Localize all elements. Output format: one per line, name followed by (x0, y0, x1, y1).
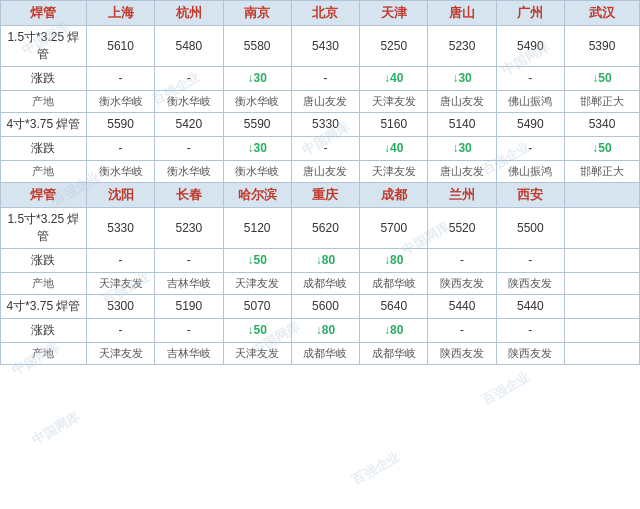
s2-p2-v4: 5640 (360, 294, 428, 318)
section2-city-5: 兰州 (428, 182, 496, 207)
s1-p2-v0: 5590 (86, 112, 154, 136)
s1-zd1-v6: - (496, 66, 564, 90)
s1-product1-label: 1.5寸*3.25 焊管 (1, 26, 87, 67)
s2-zhangdie2-row: 涨跌 - - ↓50 ↓80 ↓80 - - (1, 318, 640, 342)
s1-cd2-v1: 衡水华岐 (155, 160, 223, 182)
s2-zd2-empty (565, 318, 640, 342)
section1-header-row: 焊管 上海 杭州 南京 北京 天津 唐山 广州 武汉 (1, 1, 640, 26)
s1-cd2-v4: 天津友发 (360, 160, 428, 182)
s1-cd2-v7: 邯郸正大 (565, 160, 640, 182)
s2-chandi1-row: 产地 天津友发 吉林华岐 天津友发 成都华岐 成都华岐 陕西友发 陕西友发 (1, 272, 640, 294)
s2-zd1-v1: - (155, 248, 223, 272)
s1-zd2-v7: ↓50 (565, 136, 640, 160)
s2-zd1-v0: - (86, 248, 154, 272)
section1-city-7: 武汉 (565, 1, 640, 26)
section1-city-5: 唐山 (428, 1, 496, 26)
s2-product2-row: 4寸*3.75 焊管 5300 5190 5070 5600 5640 5440… (1, 294, 640, 318)
s2-p2-v3: 5600 (291, 294, 359, 318)
s1-p1-v7: 5390 (565, 26, 640, 67)
s1-zd2-v0: - (86, 136, 154, 160)
s2-cd2-v5: 陕西友发 (428, 342, 496, 364)
s1-p2-v1: 5420 (155, 112, 223, 136)
s2-p2-v6: 5440 (496, 294, 564, 318)
s1-cd2-v3: 唐山友发 (291, 160, 359, 182)
s2-p2-v2: 5070 (223, 294, 291, 318)
s2-p1-v6: 5500 (496, 208, 564, 249)
s2-cd2-v3: 成都华岐 (291, 342, 359, 364)
s2-zd1-v5: - (428, 248, 496, 272)
section1-city-6: 广州 (496, 1, 564, 26)
s1-cd2-v2: 衡水华岐 (223, 160, 291, 182)
s1-cd2-v5: 唐山友发 (428, 160, 496, 182)
section1-city-4: 天津 (360, 1, 428, 26)
s2-chandi1-label: 产地 (1, 272, 87, 294)
s2-cd1-v1: 吉林华岐 (155, 272, 223, 294)
s2-zd1-empty (565, 248, 640, 272)
section2-header-row: 焊管 沈阳 长春 哈尔滨 重庆 成都 兰州 西安 (1, 182, 640, 207)
s1-p2-v3: 5330 (291, 112, 359, 136)
s2-p1-v4: 5700 (360, 208, 428, 249)
s2-p2-v5: 5440 (428, 294, 496, 318)
s1-p2-v4: 5160 (360, 112, 428, 136)
s1-zhangdie1-label: 涨跌 (1, 66, 87, 90)
s1-zhangdie2-row: 涨跌 - - ↓30 - ↓40 ↓30 - ↓50 (1, 136, 640, 160)
s2-p1-v1: 5230 (155, 208, 223, 249)
s1-zd2-v3: - (291, 136, 359, 160)
s2-zd1-v4: ↓80 (360, 248, 428, 272)
s1-zd1-v3: - (291, 66, 359, 90)
s2-cd2-v0: 天津友发 (86, 342, 154, 364)
s1-cd1-v2: 衡水华岐 (223, 90, 291, 112)
s1-zd1-v7: ↓50 (565, 66, 640, 90)
s1-zd2-v6: - (496, 136, 564, 160)
section1-city-2: 南京 (223, 1, 291, 26)
s2-p1-empty (565, 208, 640, 249)
s1-zhangdie2-label: 涨跌 (1, 136, 87, 160)
s2-cd2-v1: 吉林华岐 (155, 342, 223, 364)
section1-city-0: 上海 (86, 1, 154, 26)
s1-cd1-v1: 衡水华岐 (155, 90, 223, 112)
s2-p2-empty (565, 294, 640, 318)
s1-p1-v1: 5480 (155, 26, 223, 67)
s1-cd1-v3: 唐山友发 (291, 90, 359, 112)
s2-product1-row: 1.5寸*3.25 焊管 5330 5230 5120 5620 5700 55… (1, 208, 640, 249)
s1-chandi1-row: 产地 衡水华岐 衡水华岐 衡水华岐 唐山友发 天津友发 唐山友发 佛山振鸿 邯郸… (1, 90, 640, 112)
s2-zd2-v0: - (86, 318, 154, 342)
s1-cd1-v4: 天津友发 (360, 90, 428, 112)
s1-zd1-v5: ↓30 (428, 66, 496, 90)
s2-zd2-v3: ↓80 (291, 318, 359, 342)
s2-zd2-v5: - (428, 318, 496, 342)
s1-zd2-v4: ↓40 (360, 136, 428, 160)
s1-p2-v2: 5590 (223, 112, 291, 136)
s2-cd2-v2: 天津友发 (223, 342, 291, 364)
s1-p1-v5: 5230 (428, 26, 496, 67)
section2-city-empty (565, 182, 640, 207)
s2-cd1-v5: 陕西友发 (428, 272, 496, 294)
s2-zhangdie1-row: 涨跌 - - ↓50 ↓80 ↓80 - - (1, 248, 640, 272)
s1-chandi2-label: 产地 (1, 160, 87, 182)
s2-cd2-v6: 陕西友发 (496, 342, 564, 364)
s1-product1-row: 1.5寸*3.25 焊管 5610 5480 5580 5430 5250 52… (1, 26, 640, 67)
s2-cd2-empty (565, 342, 640, 364)
s1-zd2-v5: ↓30 (428, 136, 496, 160)
s2-p2-v1: 5190 (155, 294, 223, 318)
section1-city-1: 杭州 (155, 1, 223, 26)
s1-p1-v4: 5250 (360, 26, 428, 67)
s1-zd1-v0: - (86, 66, 154, 90)
s1-zd1-v1: - (155, 66, 223, 90)
s1-cd1-v0: 衡水华岐 (86, 90, 154, 112)
s2-chandi2-label: 产地 (1, 342, 87, 364)
s2-p1-v2: 5120 (223, 208, 291, 249)
s2-cd1-v3: 成都华岐 (291, 272, 359, 294)
s2-zd1-v6: - (496, 248, 564, 272)
s2-zd1-v3: ↓80 (291, 248, 359, 272)
s1-chandi1-label: 产地 (1, 90, 87, 112)
s1-chandi2-row: 产地 衡水华岐 衡水华岐 衡水华岐 唐山友发 天津友发 唐山友发 佛山振鸿 邯郸… (1, 160, 640, 182)
s2-p1-v3: 5620 (291, 208, 359, 249)
price-table: 焊管 上海 杭州 南京 北京 天津 唐山 广州 武汉 1.5寸*3.25 焊管 … (0, 0, 640, 365)
s1-cd1-v5: 唐山友发 (428, 90, 496, 112)
section2-city-3: 重庆 (291, 182, 359, 207)
s1-product2-label: 4寸*3.75 焊管 (1, 112, 87, 136)
s1-p2-v5: 5140 (428, 112, 496, 136)
s2-zd2-v2: ↓50 (223, 318, 291, 342)
s1-zd2-v2: ↓30 (223, 136, 291, 160)
